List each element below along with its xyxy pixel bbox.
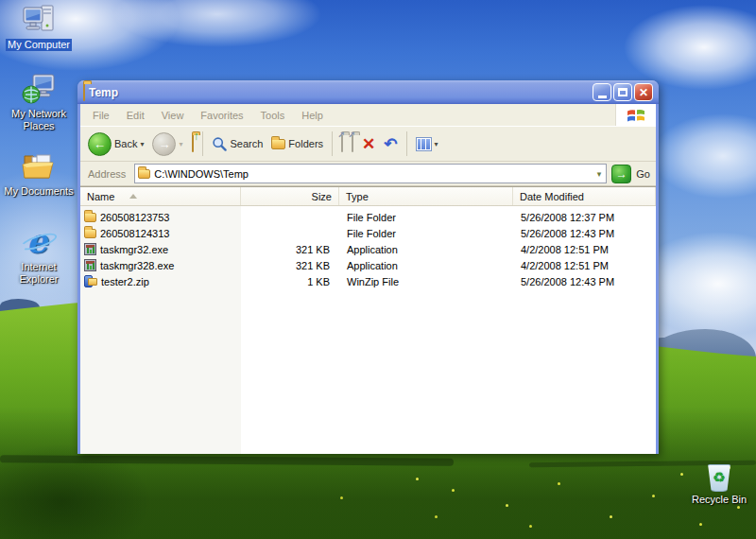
file-type: File Folder	[339, 228, 513, 239]
go-label: Go	[636, 168, 652, 180]
close-button[interactable]: ✕	[634, 83, 653, 101]
desktop-icon-label: Internet Explorer	[10, 261, 67, 286]
my-computer-icon	[21, 3, 57, 37]
column-header-label: Date Modified	[520, 191, 584, 202]
back-icon: ←	[88, 132, 112, 156]
address-folder-icon	[138, 169, 150, 179]
maximize-button[interactable]	[613, 83, 632, 101]
file-type: File Folder	[339, 212, 513, 223]
maximize-icon	[618, 88, 627, 96]
file-row[interactable]: taskmgr328.exe 321 KB Application 4/2/20…	[80, 257, 656, 273]
file-modified: 5/26/2008 12:37 PM	[513, 212, 656, 223]
desktop-icon-my-documents[interactable]: My Documents	[2, 149, 76, 198]
file-size: 321 KB	[241, 260, 339, 271]
file-list: Name Size Type Date Modified 26050812375…	[80, 186, 656, 454]
close-icon: ✕	[639, 87, 648, 98]
up-arrow-icon: ↑	[194, 130, 199, 143]
address-dropdown-icon[interactable]: ▾	[597, 169, 604, 179]
file-type: Application	[339, 244, 513, 255]
column-header-label: Size	[312, 191, 332, 202]
file-modified: 4/2/2008 12:51 PM	[513, 260, 656, 271]
column-header-size[interactable]: Size	[241, 187, 339, 205]
file-name: tester2.zip	[101, 276, 149, 287]
application-icon	[84, 243, 96, 255]
folders-button[interactable]: Folders	[268, 136, 326, 151]
cloud	[624, 5, 756, 90]
folder-icon	[84, 229, 96, 238]
toolbar-separator	[406, 131, 407, 156]
recycle-bin-icon: ♻	[707, 458, 731, 492]
copy-to-arrow-icon: ➚	[349, 130, 356, 139]
file-size: 321 KB	[241, 244, 339, 255]
column-header-name[interactable]: Name	[80, 187, 241, 205]
undo-icon: ↶	[384, 136, 397, 152]
search-label: Search	[231, 138, 264, 149]
recycle-symbol-icon: ♻	[707, 469, 731, 486]
desktop-icon-my-network-places[interactable]: My Network Places	[2, 72, 76, 132]
views-button[interactable]: ▾	[413, 135, 441, 153]
desktop-icon-label: My Computer	[6, 39, 72, 51]
file-row[interactable]: 260508124313 File Folder 5/26/2008 12:43…	[80, 225, 656, 241]
column-headers: Name Size Type Date Modified	[80, 187, 656, 206]
views-dropdown-icon: ▾	[435, 140, 438, 148]
minimize-icon	[598, 96, 607, 98]
address-input[interactable]: C:\WINDOWS\Temp ▾	[134, 164, 607, 183]
back-button[interactable]: ← Back ▾	[85, 130, 146, 158]
delete-button[interactable]: ✕	[359, 134, 378, 154]
menu-favorites[interactable]: Favorites	[192, 106, 251, 125]
grass-shading	[0, 444, 151, 539]
window-title: Temp	[89, 86, 118, 99]
file-type: WinZip File	[339, 276, 513, 287]
column-header-date-modified[interactable]: Date Modified	[513, 187, 656, 205]
file-rows: 260508123753 File Folder 5/26/2008 12:37…	[80, 206, 656, 289]
up-button[interactable]: ↑	[189, 133, 197, 154]
desktop-icon-label: My Network Places	[2, 108, 76, 132]
winzip-icon	[84, 275, 97, 287]
sort-ascending-icon	[129, 194, 137, 199]
search-button[interactable]: Search	[209, 134, 266, 154]
address-bar: Address C:\WINDOWS\Temp ▾ → Go	[80, 162, 656, 186]
file-modified: 5/26/2008 12:43 PM	[513, 228, 656, 239]
my-network-places-icon	[21, 72, 57, 106]
folder-icon	[84, 213, 96, 222]
menu-file[interactable]: File	[84, 106, 118, 125]
desktop-icon-recycle-bin[interactable]: ♻ Recycle Bin	[682, 458, 756, 506]
folders-label: Folders	[288, 138, 323, 149]
search-icon	[212, 136, 228, 152]
move-to-button[interactable]: ➚	[338, 133, 346, 154]
copy-to-button[interactable]: ➚	[349, 133, 356, 154]
menu-bar: File Edit View Favorites Tools Help	[80, 104, 656, 126]
toolbar: ← Back ▾ → ▾ ↑ Search	[80, 126, 656, 162]
internet-explorer-icon: e	[20, 225, 58, 259]
menu-help[interactable]: Help	[293, 106, 332, 125]
file-row[interactable]: taskmgr32.exe 321 KB Application 4/2/200…	[80, 241, 656, 257]
toolbar-separator	[202, 131, 203, 156]
back-dropdown-icon[interactable]: ▾	[140, 140, 144, 148]
title-bar[interactable]: Temp ✕	[77, 80, 659, 104]
my-documents-icon	[21, 149, 57, 183]
desktop-icon-internet-explorer[interactable]: e Internet Explorer	[2, 225, 76, 286]
desktop-icon-label: My Documents	[2, 185, 75, 198]
forward-button[interactable]: → ▾	[149, 130, 185, 158]
menu-edit[interactable]: Edit	[118, 106, 153, 125]
go-button[interactable]: →	[611, 165, 631, 183]
file-name: taskmgr32.exe	[100, 244, 168, 255]
menu-tools[interactable]: Tools	[252, 106, 294, 125]
undo-button[interactable]: ↶	[381, 134, 400, 154]
folders-icon	[271, 139, 285, 149]
column-header-type[interactable]: Type	[339, 187, 513, 205]
desktop-icon-label: Recycle Bin	[690, 494, 748, 506]
explorer-window: Temp ✕ File Edit View Favorites Tools He…	[77, 80, 659, 454]
application-icon	[84, 259, 96, 271]
toolbar-separator	[332, 131, 333, 156]
file-name: 260508123753	[100, 212, 169, 223]
minimize-button[interactable]	[593, 83, 611, 101]
desktop-icon-my-computer[interactable]: My Computer	[2, 3, 76, 51]
address-value: C:\WINDOWS\Temp	[154, 168, 593, 180]
file-row[interactable]: 260508123753 File Folder 5/26/2008 12:37…	[80, 209, 656, 225]
window-folder-icon	[83, 84, 85, 101]
file-row[interactable]: tester2.zip 1 KB WinZip File 5/26/2008 1…	[80, 273, 656, 289]
column-header-label: Name	[87, 191, 114, 202]
menu-view[interactable]: View	[153, 106, 193, 125]
file-modified: 4/2/2008 12:51 PM	[513, 244, 656, 255]
